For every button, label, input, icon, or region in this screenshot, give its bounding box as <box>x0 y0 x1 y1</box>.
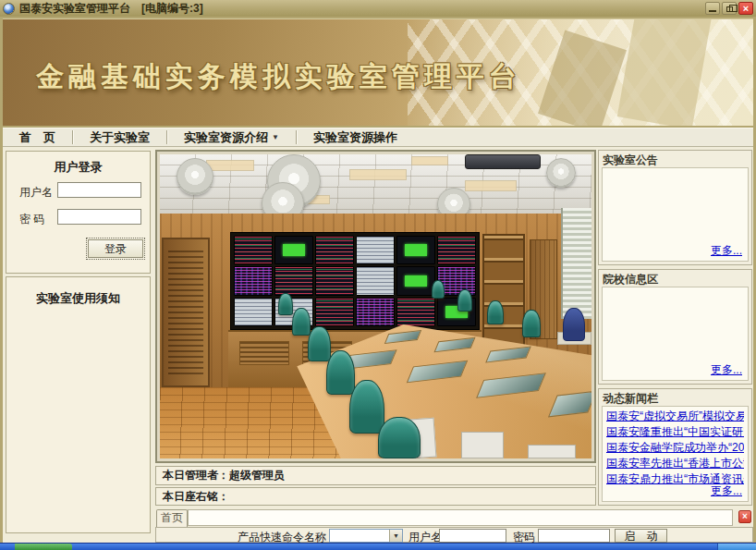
office-chair-blue <box>563 308 585 341</box>
password-label: 密 码 <box>19 212 44 227</box>
news-link[interactable]: 国泰安“虚拟交易所”模拟交易系统... <box>606 409 744 422</box>
college-info-title: 院校信息区 <box>599 270 751 286</box>
monitor-screen <box>234 236 273 264</box>
lab-photo-frame <box>155 150 596 463</box>
monitor-screen <box>356 236 395 264</box>
monitor-screen <box>396 266 435 295</box>
login-title: 用户登录 <box>6 159 150 176</box>
monitor-screen <box>234 298 273 326</box>
manager-row: 本日管理者：超级管理员 <box>155 466 596 485</box>
office-chair <box>349 380 384 434</box>
username-field[interactable] <box>57 182 141 198</box>
manager-value: 超级管理员 <box>229 469 285 482</box>
app-globe-icon <box>3 3 15 15</box>
office-chair <box>378 417 421 458</box>
window-blinds <box>561 208 591 319</box>
monitor-screen <box>315 298 354 326</box>
news-link[interactable]: 国泰安隆重推出“中国实证研究网”... <box>606 425 744 438</box>
under-table-cabinet <box>461 432 504 458</box>
news-title: 动态新闻栏 <box>599 389 751 405</box>
ceiling-fan <box>177 158 213 195</box>
ceiling-fan <box>546 158 576 188</box>
monitor-screen <box>234 266 273 295</box>
cmd-password-field[interactable] <box>538 529 610 543</box>
office-chair <box>432 280 445 299</box>
start-button-sliver[interactable] <box>15 544 72 550</box>
office-chair <box>457 289 472 312</box>
tab-strip-track <box>188 509 733 526</box>
taskbar[interactable] <box>0 543 756 550</box>
bookshelf <box>482 234 525 347</box>
monitor-screen <box>356 266 395 295</box>
monitor-screen <box>274 266 313 295</box>
office-chair <box>487 300 504 324</box>
announcements-body: 更多... <box>602 167 749 262</box>
under-table-cabinet <box>528 445 576 458</box>
office-chair <box>278 293 293 315</box>
monitor-screen <box>356 298 395 326</box>
lab-notice-panel: 实验室使用须知 <box>6 276 151 533</box>
title-bar: 国泰安实验室管理平台 [电脑编号:3] × <box>0 0 756 17</box>
news-panel: 动态新闻栏 国泰安“虚拟交易所”模拟交易系统... 国泰安隆重推出“中国实证研究… <box>598 388 752 506</box>
close-icon: × <box>743 3 749 14</box>
start-button[interactable]: 启 动 <box>615 529 667 543</box>
nav-item-lab-resources-ops[interactable]: 实验室资源操作 <box>297 128 414 148</box>
nav-label: 实验室资源介绍 <box>184 129 268 146</box>
monitor-wall <box>230 232 480 330</box>
command-bar: 产品快速命令名称 ▼ 用户名 密码 启 动 <box>155 527 753 543</box>
nav-bar: 首 页 关于实验室 实验室资源介绍▼ 实验室资源操作 <box>3 128 753 147</box>
minimize-button[interactable] <box>705 2 720 15</box>
nav-item-home[interactable]: 首 页 <box>3 128 72 148</box>
restore-icon <box>726 6 733 12</box>
login-panel: 用户登录 用户名 密 码 登录 <box>6 151 151 274</box>
monitor-screen <box>315 236 354 264</box>
quick-command-select[interactable]: ▼ <box>329 529 403 543</box>
ceiling-light <box>206 160 254 171</box>
office-chair <box>308 326 331 361</box>
manager-label: 本日管理者： <box>163 469 229 482</box>
restore-button[interactable] <box>722 2 737 15</box>
college-info-more-link[interactable]: 更多... <box>711 362 742 378</box>
ceiling-light <box>411 156 448 165</box>
office-chair <box>292 308 311 336</box>
nav-label: 关于实验室 <box>90 129 150 146</box>
password-field[interactable] <box>57 209 141 225</box>
banner-title: 金融基础实务模拟实验室管理平台 <box>36 58 521 96</box>
login-button[interactable]: 登录 <box>88 239 143 258</box>
motto-label: 本日座右铭： <box>163 490 229 503</box>
ceiling-light <box>349 169 407 180</box>
ceiling-light <box>465 180 517 191</box>
bottom-tab-strip: 首页 × <box>155 508 753 527</box>
tab-home[interactable]: 首页 <box>156 509 188 527</box>
window-title: 国泰安实验室管理平台 [电脑编号:3] <box>19 1 705 17</box>
monitor-screen <box>274 236 313 264</box>
projector <box>465 154 541 169</box>
window-controls: × <box>705 2 753 15</box>
system-tray-sliver <box>717 544 756 550</box>
news-body: 国泰安“虚拟交易所”模拟交易系统... 国泰安隆重推出“中国实证研究网”... … <box>602 406 749 502</box>
monitor-screen <box>396 298 435 326</box>
minimize-icon <box>709 10 716 12</box>
news-link[interactable]: 国泰安金融学院成功举办“2008中... <box>606 441 744 454</box>
news-more-link[interactable]: 更多... <box>711 483 742 499</box>
door-louvre <box>168 251 203 374</box>
news-link[interactable]: 国泰安率先推出“香港上市公司研... <box>606 457 744 470</box>
lab-notice-title: 实验室使用须知 <box>6 290 150 307</box>
college-info-panel: 院校信息区 更多... <box>598 269 752 385</box>
chevron-down-icon: ▼ <box>272 134 279 141</box>
motto-row: 本日座右铭： <box>155 487 596 506</box>
tab-strip-close-button[interactable]: × <box>738 510 751 523</box>
monitor-screen <box>437 236 476 264</box>
nav-label: 实验室资源操作 <box>313 129 397 146</box>
monitor-screen <box>315 266 354 295</box>
nav-item-about-lab[interactable]: 关于实验室 <box>73 128 166 148</box>
office-chair <box>326 350 355 395</box>
monitor-screen <box>396 236 435 264</box>
announcements-title: 实验室公告 <box>599 151 751 166</box>
close-button[interactable]: × <box>738 2 753 15</box>
left-door <box>162 238 210 387</box>
announcements-more-link[interactable]: 更多... <box>711 243 742 259</box>
nav-item-lab-resources-intro[interactable]: 实验室资源介绍▼ <box>167 128 296 148</box>
cmd-username-field[interactable] <box>439 529 506 543</box>
banner: 金融基础实务模拟实验室管理平台 <box>3 18 753 126</box>
